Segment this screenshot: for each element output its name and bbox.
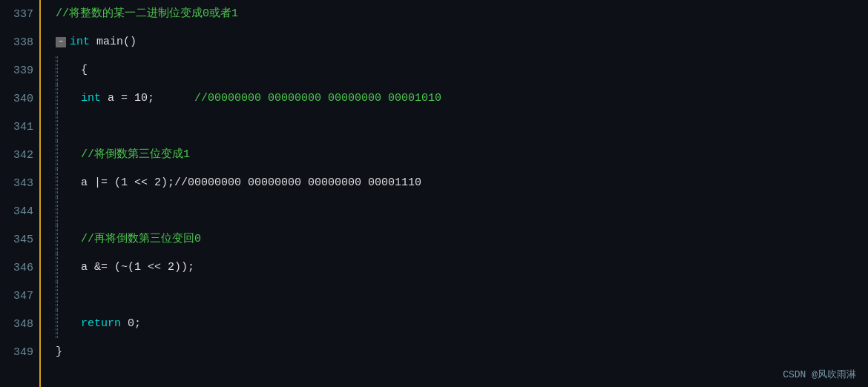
watermark: CSDN @风吹雨淋 [783, 368, 856, 381]
line-numbers: 337338339340341342343344345346347348349 [0, 0, 41, 387]
line-number: 347 [0, 282, 39, 310]
code-text: 0; [128, 310, 141, 338]
line-number: 346 [0, 254, 39, 282]
code-line [41, 197, 868, 225]
code-content: 337338339340341342343344345346347348349 … [0, 0, 868, 387]
code-line: { [41, 56, 868, 85]
line-number: 340 [0, 85, 39, 113]
code-text: { [81, 56, 88, 85]
line-number: 341 [0, 113, 39, 141]
code-text: //将整数的某一二进制位变成0或者1 [56, 0, 238, 28]
code-line [41, 282, 868, 310]
line-number: 344 [0, 197, 39, 225]
line-number: 345 [0, 225, 39, 254]
code-text: } [56, 338, 62, 366]
line-number: 337 [0, 0, 39, 28]
code-text: int [81, 85, 108, 113]
code-line: −int main() [41, 28, 868, 56]
code-text: //将倒数第三位变成1 [81, 141, 190, 169]
code-line: a &= (~(1 << 2)); [41, 254, 868, 282]
line-number: 348 [0, 310, 39, 338]
code-text: //00000000 00000000 00000000 00001010 [154, 85, 441, 113]
line-number: 339 [0, 56, 39, 85]
code-line [41, 113, 868, 141]
code-line: //将倒数第三位变成1 [41, 141, 868, 169]
code-lines: //将整数的某一二进制位变成0或者1−int main(){int a = 10… [41, 0, 868, 387]
code-line: } [41, 338, 868, 366]
line-number: 338 [0, 28, 39, 56]
code-text: () [123, 28, 137, 56]
code-text: a &= (~(1 << 2)); [81, 254, 194, 282]
code-line: //将整数的某一二进制位变成0或者1 [41, 0, 868, 28]
collapse-icon[interactable]: − [56, 37, 66, 47]
code-text: return [81, 310, 128, 338]
line-number: 342 [0, 141, 39, 169]
code-line: a |= (1 << 2);//00000000 00000000 000000… [41, 169, 868, 197]
code-line: //再将倒数第三位变回0 [41, 225, 868, 254]
code-text: a |= (1 << 2);//00000000 00000000 000000… [81, 169, 421, 197]
code-text: int [70, 28, 96, 56]
code-line: int a = 10; //00000000 00000000 00000000… [41, 85, 868, 113]
code-text: main [96, 28, 123, 56]
code-line: return 0; [41, 310, 868, 338]
code-editor: 337338339340341342343344345346347348349 … [0, 0, 868, 387]
line-number: 343 [0, 169, 39, 197]
line-number: 349 [0, 338, 39, 366]
code-text: a = 10; [108, 85, 154, 113]
code-text: //再将倒数第三位变回0 [81, 225, 201, 254]
